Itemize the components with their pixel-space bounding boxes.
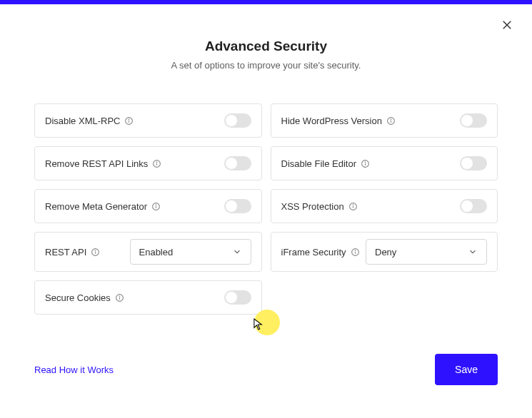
info-icon[interactable] — [115, 293, 124, 302]
svg-point-22 — [95, 250, 96, 251]
option-label: iFrame Security — [281, 247, 346, 258]
option-label: Remove Meta Generator — [45, 201, 147, 212]
cursor-icon — [254, 318, 264, 331]
dialog-header: Advanced Security A set of options to im… — [0, 39, 532, 71]
info-icon[interactable] — [386, 116, 396, 126]
svg-point-19 — [353, 205, 353, 205]
chevron-down-icon — [468, 247, 478, 257]
svg-point-16 — [156, 205, 156, 205]
svg-point-28 — [119, 296, 120, 297]
save-button[interactable]: Save — [435, 354, 498, 385]
option-disable-xmlrpc: Disable XML-RPC — [34, 103, 262, 138]
top-accent-bar — [0, 0, 532, 4]
option-iframe-security: iFrame Security Deny — [271, 232, 498, 272]
toggle-disable-file-editor[interactable] — [460, 156, 487, 170]
svg-point-13 — [365, 162, 366, 163]
info-icon[interactable] — [91, 248, 100, 257]
option-label: Hide WordPress Version — [281, 116, 382, 126]
option-hide-wp-version: Hide WordPress Version — [271, 103, 498, 138]
chevron-down-icon — [232, 247, 242, 257]
select-rest-api[interactable]: Enabled — [130, 239, 251, 265]
option-label: Disable File Editor — [281, 158, 357, 169]
info-icon[interactable] — [152, 159, 161, 168]
close-button[interactable] — [501, 19, 513, 31]
option-rest-api: REST API Enabled — [34, 232, 262, 272]
svg-point-25 — [355, 250, 356, 251]
option-xss-protection: XSS Protection — [271, 189, 498, 223]
info-icon[interactable] — [361, 159, 370, 168]
toggle-disable-xmlrpc[interactable] — [224, 113, 251, 128]
option-secure-cookies: Secure Cookies — [34, 280, 262, 315]
option-label: Disable XML-RPC — [45, 116, 120, 126]
info-icon[interactable] — [351, 248, 360, 257]
help-link[interactable]: Read How it Works — [34, 365, 114, 375]
select-value: Deny — [375, 247, 396, 258]
option-label: XSS Protection — [281, 201, 344, 212]
toggle-xss-protection[interactable] — [460, 199, 487, 213]
info-icon[interactable] — [124, 116, 134, 126]
svg-point-4 — [129, 119, 130, 120]
close-icon — [501, 21, 513, 34]
svg-point-10 — [156, 162, 157, 163]
svg-point-7 — [391, 119, 391, 120]
toggle-secure-cookies[interactable] — [224, 290, 251, 305]
select-value: Enabled — [139, 247, 174, 258]
toggle-hide-wp-version[interactable] — [460, 113, 487, 128]
select-iframe-security[interactable]: Deny — [366, 239, 487, 265]
info-icon[interactable] — [348, 202, 358, 211]
option-label: REST API — [45, 247, 86, 258]
option-remove-meta-generator: Remove Meta Generator — [34, 189, 262, 223]
option-disable-file-editor: Disable File Editor — [271, 146, 498, 180]
dialog-subtitle: A set of options to improve your site's … — [0, 60, 532, 71]
option-label: Remove REST API Links — [45, 158, 148, 169]
option-remove-rest-links: Remove REST API Links — [34, 146, 262, 180]
option-label: Secure Cookies — [45, 292, 111, 303]
dialog-footer: Read How it Works Save — [34, 354, 498, 385]
toggle-remove-meta-generator[interactable] — [224, 199, 251, 213]
options-grid: Disable XML-RPC Hide WordPress Version R… — [34, 103, 498, 315]
info-icon[interactable] — [151, 202, 161, 211]
toggle-remove-rest-links[interactable] — [224, 156, 251, 170]
dialog-title: Advanced Security — [0, 39, 532, 54]
